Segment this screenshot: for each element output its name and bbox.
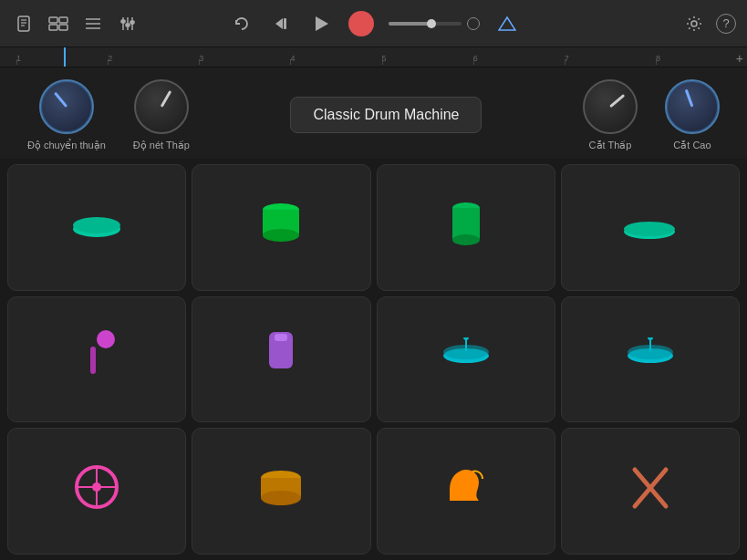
pad-icon-hihat-closed <box>69 205 124 249</box>
svg-rect-5 <box>59 17 67 23</box>
knob-low-detail: Độ nét Thấp <box>133 79 190 151</box>
right-knobs: Cắt Thấp Cắt Cao <box>583 79 720 151</box>
pad-icon-shaker <box>74 330 119 388</box>
pad-icon-bass-drum <box>258 199 304 256</box>
controls-area: Độ chuyển thuận Độ nét Thấp Classic Drum… <box>0 67 747 159</box>
pad-snare[interactable] <box>192 428 370 555</box>
low-detail-knob[interactable] <box>134 79 189 134</box>
ruler: 12345678 + <box>0 47 747 67</box>
svg-rect-6 <box>49 25 57 30</box>
pad-bass-drum[interactable] <box>192 164 370 291</box>
svg-point-31 <box>624 222 675 236</box>
settings-icon[interactable] <box>681 11 707 36</box>
playhead <box>64 47 66 67</box>
svg-point-43 <box>648 337 653 340</box>
pad-cowbell[interactable] <box>192 296 370 423</box>
pad-icon-cymbal-1 <box>439 337 493 381</box>
svg-point-39 <box>463 337 469 340</box>
svg-rect-14 <box>121 20 125 23</box>
pad-sticks[interactable] <box>561 428 740 555</box>
triangle-icon[interactable] <box>494 11 520 36</box>
pads-grid <box>0 159 747 560</box>
svg-rect-7 <box>59 25 67 30</box>
pad-mid-tom[interactable] <box>377 164 555 291</box>
toolbar: ? <box>0 0 747 47</box>
pad-target[interactable] <box>7 428 186 555</box>
record-button[interactable] <box>348 11 374 36</box>
svg-point-32 <box>97 330 115 348</box>
pad-cymbal-1[interactable] <box>377 296 555 423</box>
pad-icon-hihat-open <box>620 205 680 249</box>
list-icon[interactable] <box>80 11 106 36</box>
svg-point-23 <box>73 217 120 233</box>
document-icon[interactable] <box>11 11 36 36</box>
pad-icon-target <box>72 462 122 520</box>
play-icon[interactable] <box>308 11 334 36</box>
svg-rect-18 <box>284 18 286 29</box>
mix-icon[interactable] <box>115 11 140 36</box>
svg-rect-35 <box>275 334 287 341</box>
svg-rect-16 <box>130 21 134 24</box>
pad-icon-cymbal-2 <box>623 337 678 381</box>
svg-rect-4 <box>49 17 57 23</box>
pad-shaker[interactable] <box>7 296 186 423</box>
layout-icon-1[interactable] <box>46 11 71 36</box>
pad-icon-clap <box>441 462 491 520</box>
left-knobs: Độ chuyển thuận Độ nét Thấp <box>27 79 190 151</box>
svg-rect-33 <box>90 347 96 374</box>
undo-icon[interactable] <box>228 11 254 36</box>
instrument-name-button[interactable]: Classic Drum Machine <box>290 97 482 133</box>
knob-cut-high: Cắt Cao <box>665 79 720 151</box>
ruler-add-button[interactable]: + <box>736 51 743 66</box>
smooth-knob-label: Độ chuyển thuận <box>27 140 106 151</box>
pad-icon-mid-tom <box>448 199 484 256</box>
cut-low-knob-label: Cắt Thấp <box>589 140 632 151</box>
cut-high-knob[interactable] <box>665 79 720 134</box>
volume-level-icon <box>467 17 480 30</box>
knob-smooth: Độ chuyển thuận <box>27 79 106 151</box>
rewind-icon[interactable] <box>268 11 294 36</box>
smooth-knob[interactable] <box>39 79 94 134</box>
pad-hihat-open[interactable] <box>561 164 740 291</box>
pad-hihat-closed[interactable] <box>7 164 186 291</box>
cut-low-knob[interactable] <box>583 79 638 134</box>
svg-rect-0 <box>18 16 29 31</box>
svg-marker-20 <box>499 17 515 30</box>
low-detail-knob-label: Độ nét Thấp <box>133 140 190 151</box>
svg-marker-19 <box>316 16 328 31</box>
pad-icon-cowbell <box>262 330 300 388</box>
svg-rect-15 <box>126 24 130 26</box>
pad-icon-sticks <box>628 465 673 518</box>
svg-point-26 <box>263 229 299 242</box>
help-icon[interactable]: ? <box>716 14 736 34</box>
svg-marker-17 <box>275 18 283 29</box>
svg-point-21 <box>691 21 697 26</box>
pad-clap[interactable] <box>377 428 555 555</box>
cut-high-knob-label: Cắt Cao <box>673 140 711 151</box>
knob-cut-low: Cắt Thấp <box>583 79 638 151</box>
svg-point-50 <box>261 491 301 505</box>
pad-icon-snare <box>256 465 306 518</box>
pad-cymbal-2[interactable] <box>561 296 740 423</box>
svg-point-29 <box>452 234 480 245</box>
